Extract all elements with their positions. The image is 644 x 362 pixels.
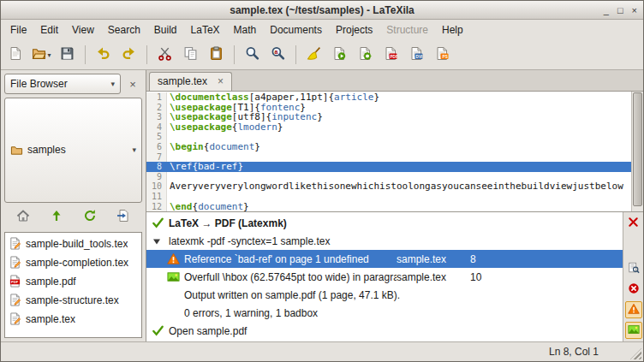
compile-latexmk-button[interactable]	[327, 43, 352, 68]
compile-latexmk-icon	[332, 46, 347, 63]
show-details-icon	[628, 262, 640, 276]
menu-view[interactable]: View	[65, 20, 101, 40]
editor-scrollbar-thumb[interactable]	[633, 92, 642, 206]
tab-sample-tex[interactable]: sample.tex ×	[149, 72, 232, 91]
svg-text:DVI: DVI	[416, 55, 423, 59]
file-list: sample-build_tools.texsample-completion.…	[4, 232, 142, 339]
folder-selector[interactable]: samples ▾	[4, 98, 142, 203]
copy-button[interactable]	[178, 43, 203, 68]
save-document-button[interactable]	[55, 43, 80, 68]
cut-button[interactable]	[152, 43, 177, 68]
code-line[interactable]: 6\begin{document}	[146, 142, 631, 152]
menu-projects[interactable]: Projects	[329, 20, 379, 40]
check-icon	[152, 324, 169, 337]
maximize-button[interactable]: □	[617, 5, 623, 15]
undo-button[interactable]	[91, 43, 116, 68]
show-details-button[interactable]	[625, 260, 642, 277]
pdf-file-icon: PDF	[9, 275, 21, 288]
code-line[interactable]: 8\ref{bad-ref}	[146, 162, 631, 172]
file-item[interactable]: sample-structure.tex	[5, 291, 141, 310]
view-dvi-button[interactable]: DVI	[404, 43, 429, 68]
line-number: 1	[146, 92, 167, 103]
side-panel-selector[interactable]: File Browser ▾	[4, 74, 121, 94]
menu-file[interactable]: File	[3, 20, 33, 40]
show-badboxes-button[interactable]	[625, 322, 642, 339]
file-item[interactable]: sample-completion.tex	[5, 253, 141, 272]
build-message[interactable]: Reference `bad-ref' on page 1 undefineds…	[146, 250, 623, 268]
file-item[interactable]: sample.tex	[5, 310, 141, 329]
tex-file-icon	[9, 312, 21, 325]
expander-icon[interactable]	[152, 236, 169, 246]
window-controls: _ □ ×	[604, 1, 637, 19]
refresh-button[interactable]	[78, 207, 102, 228]
file-name: sample.pdf	[26, 276, 76, 288]
compile-latex-button[interactable]	[353, 43, 378, 68]
open-document-button[interactable]: ▾	[29, 43, 54, 68]
code-line[interactable]: 10Averyveryverylongwordlikethisonewhichi…	[146, 181, 631, 192]
menu-help[interactable]: Help	[435, 20, 470, 40]
view-ps-icon: PS	[435, 46, 450, 63]
build-message[interactable]: Output written on sample.pdf (1 page, 47…	[146, 286, 623, 304]
build-side-toolbar	[623, 212, 643, 341]
show-errors-button[interactable]	[625, 281, 642, 298]
window-title: sample.tex (~/test/samples) - LaTeXila	[1, 4, 643, 16]
show-errors-icon	[628, 282, 640, 297]
find-replace-button[interactable]: a	[265, 43, 290, 68]
clean-build-files-button[interactable]	[301, 43, 326, 68]
home-button[interactable]	[11, 207, 35, 228]
build-message-text: Open sample.pdf	[169, 325, 619, 337]
menu-documents[interactable]: Documents	[263, 20, 329, 40]
side-panel-close-button[interactable]: ×	[123, 74, 142, 94]
build-message[interactable]: Overfull \hbox (62.57645pt too wide) in …	[146, 268, 623, 286]
editor-scrollbar[interactable]	[631, 92, 643, 211]
menu-latex[interactable]: LaTeX	[184, 20, 227, 40]
build-message[interactable]: LaTeX → PDF (Latexmk)	[146, 214, 623, 232]
build-message[interactable]: latexmk -pdf -synctex=1 sample.tex	[146, 232, 623, 250]
paste-button[interactable]	[204, 43, 229, 68]
show-warnings-button[interactable]	[625, 301, 642, 318]
build-message[interactable]: 0 errors, 1 warning, 1 badbox	[146, 304, 623, 322]
tex-file-icon	[9, 294, 21, 306]
tab-bar: sample.tex ×	[146, 70, 643, 92]
minimize-button[interactable]: _	[604, 5, 609, 15]
menu-edit[interactable]: Edit	[33, 20, 65, 40]
file-name: sample.tex	[26, 313, 75, 325]
tex-file-icon	[9, 256, 21, 269]
close-button[interactable]: ×	[632, 5, 637, 15]
view-pdf-icon: PDF	[384, 46, 398, 63]
parent-directory-button[interactable]	[45, 207, 69, 228]
chevron-down-icon: ▾	[110, 80, 115, 88]
svg-text:PS: PS	[443, 55, 448, 59]
go-to-active-document-button[interactable]	[111, 207, 135, 228]
warning-icon	[167, 252, 184, 265]
menu-math[interactable]: Math	[227, 20, 264, 40]
tab-close-icon[interactable]: ×	[218, 76, 224, 86]
build-message-text: LaTeX → PDF (Latexmk)	[169, 217, 619, 229]
editor-column: sample.tex × 1\documentclass[a4paper,11p…	[146, 70, 643, 341]
open-document-icon	[32, 46, 46, 63]
svg-text:a: a	[274, 49, 277, 55]
build-message-text: Overfull \hbox (62.57645pt too wide) in …	[184, 271, 397, 283]
code-lines[interactable]: 1\documentclass[a4paper,11pt]{article}2\…	[146, 92, 631, 211]
line-number: 4	[146, 122, 167, 133]
build-message-line: 8	[470, 253, 489, 265]
build-message-file: sample.tex	[397, 253, 470, 265]
code-line[interactable]: 12\end{document}	[146, 202, 631, 211]
line-number: 8	[146, 162, 167, 172]
close-build-view-button[interactable]	[625, 215, 642, 232]
new-document-button[interactable]	[3, 43, 28, 68]
open-dropdown-arrow[interactable]: ▾	[47, 51, 51, 59]
menu-search[interactable]: Search	[101, 20, 147, 40]
code-line[interactable]: 4\usepackage{lmodern}	[146, 122, 631, 133]
build-message[interactable]: Open sample.pdf	[146, 322, 623, 340]
view-ps-button[interactable]: PS	[430, 43, 455, 68]
redo-button[interactable]	[116, 43, 141, 68]
build-message-text: Output written on sample.pdf (1 page, 47…	[184, 289, 619, 301]
file-item[interactable]: sample-build_tools.tex	[5, 234, 141, 253]
file-item[interactable]: PDFsample.pdf	[5, 272, 141, 291]
resize-grip[interactable]	[630, 348, 641, 359]
menu-build[interactable]: Build	[147, 20, 184, 40]
view-pdf-button[interactable]: PDF	[379, 43, 403, 68]
find-button[interactable]	[240, 43, 265, 68]
menu-structure[interactable]: Structure	[379, 20, 435, 40]
